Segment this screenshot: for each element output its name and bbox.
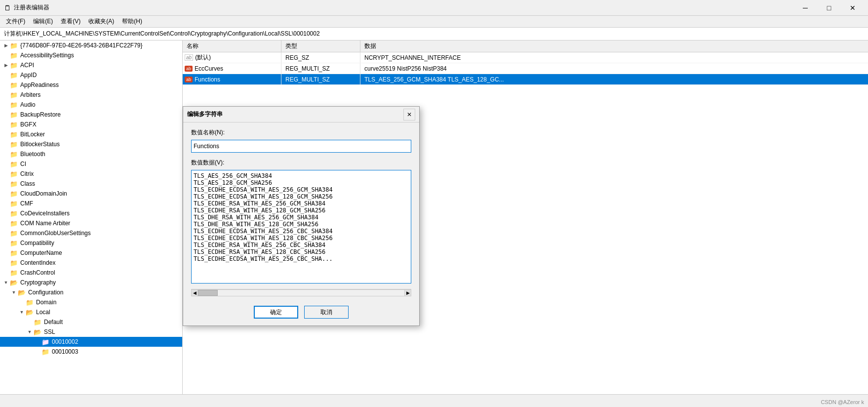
value-name-label: 数值名称(N): (191, 128, 411, 137)
dialog-title-bar: 编辑多字符串 ✕ (183, 107, 419, 122)
horizontal-scrollbar: ◀ ▶ (191, 289, 411, 296)
confirm-button[interactable]: 确定 (254, 306, 298, 319)
scroll-track (198, 289, 404, 296)
value-data-label: 数值数据(V): (191, 159, 411, 167)
scroll-right-button[interactable]: ▶ (404, 289, 411, 296)
dialog-overlay: 编辑多字符串 ✕ 数值名称(N): 数值数据(V): ◀ ▶ 确定 取消 (0, 0, 868, 407)
dialog-title-text: 编辑多字符串 (187, 110, 403, 119)
value-name-input[interactable] (191, 140, 411, 153)
edit-multistring-dialog: 编辑多字符串 ✕ 数值名称(N): 数值数据(V): ◀ ▶ 确定 取消 (183, 106, 420, 326)
scroll-thumb[interactable] (198, 290, 218, 296)
dialog-content: 数值名称(N): 数值数据(V): ◀ ▶ (183, 122, 419, 302)
dialog-footer: 确定 取消 (183, 302, 419, 326)
dialog-close-button[interactable]: ✕ (403, 109, 415, 121)
cancel-button[interactable]: 取消 (304, 306, 349, 319)
value-data-container (191, 170, 411, 285)
scroll-left-button[interactable]: ◀ (191, 289, 198, 296)
value-data-textarea[interactable] (191, 170, 411, 284)
